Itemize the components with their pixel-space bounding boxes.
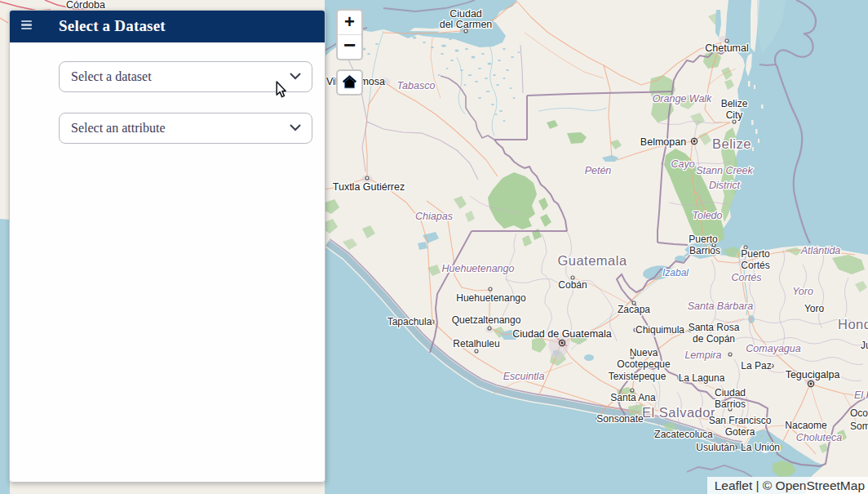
svg-text:Puerto: Puerto <box>741 248 770 260</box>
svg-text:La Unión: La Unión <box>741 442 780 453</box>
svg-text:Ciudad: Ciudad <box>715 387 746 398</box>
svg-text:Tapachula: Tapachula <box>388 316 432 327</box>
svg-text:Cobán: Cobán <box>558 279 587 291</box>
svg-text:Huehuetenango: Huehuetenango <box>442 263 515 274</box>
svg-text:de Copán: de Copán <box>693 333 735 345</box>
svg-text:Tuxtla Gutiérrez: Tuxtla Gutiérrez <box>333 181 405 193</box>
svg-text:Nacaome: Nacaome <box>785 420 827 431</box>
svg-text:Barrios: Barrios <box>689 245 720 256</box>
svg-text:Yoro: Yoro <box>804 303 825 314</box>
svg-text:City: City <box>726 109 743 121</box>
svg-text:Belize: Belize <box>721 98 748 109</box>
svg-text:Toledo: Toledo <box>692 210 722 221</box>
svg-text:Gotera: Gotera <box>725 426 755 438</box>
svg-text:Puerto: Puerto <box>689 234 718 245</box>
svg-text:La Paz: La Paz <box>741 360 771 372</box>
svg-text:Hondu: Hondu <box>838 317 868 332</box>
svg-text:Ciudad de Guatemala: Ciudad de Guatemala <box>512 328 612 340</box>
svg-text:Chiapas: Chiapas <box>415 211 453 222</box>
svg-text:Lempira: Lempira <box>684 349 721 361</box>
svg-text:Usulután: Usulután <box>696 442 734 453</box>
svg-text:Ocotepeque: Ocotepeque <box>617 358 671 370</box>
svg-text:La Laguna: La Laguna <box>679 372 725 384</box>
svg-text:Chetumal: Chetumal <box>705 42 749 54</box>
svg-text:Izabal: Izabal <box>662 267 689 278</box>
svg-text:Belize: Belize <box>712 136 751 151</box>
svg-text:Choluteca: Choluteca <box>796 432 842 443</box>
svg-text:Santa Rosa: Santa Rosa <box>689 322 740 333</box>
svg-text:Escuintla: Escuintla <box>503 371 545 382</box>
svg-text:Ocota: Ocota <box>850 407 868 419</box>
svg-text:Zacapa: Zacapa <box>618 304 650 315</box>
svg-text:Nueva: Nueva <box>630 347 658 358</box>
svg-text:Jut: Jut <box>861 340 868 351</box>
svg-text:Zacatecoluca: Zacatecoluca <box>654 429 713 440</box>
svg-text:Quetzaltenango: Quetzaltenango <box>452 314 521 326</box>
svg-text:Huehuetenango: Huehuetenango <box>456 292 526 304</box>
svg-text:Yoro: Yoro <box>792 286 813 297</box>
svg-text:Retalhuleu: Retalhuleu <box>453 338 499 349</box>
svg-text:Guatemala: Guatemala <box>557 253 627 268</box>
svg-text:Santa Bárbara: Santa Bárbara <box>688 300 754 312</box>
svg-text:Cortés: Cortés <box>732 272 762 283</box>
svg-text:Stann Creek: Stann Creek <box>696 165 753 176</box>
svg-text:Orange Walk: Orange Walk <box>653 93 712 105</box>
svg-text:Santa Ana: Santa Ana <box>610 392 656 403</box>
svg-text:Cayo: Cayo <box>671 158 694 170</box>
svg-text:El Salvador: El Salvador <box>642 405 715 420</box>
svg-text:District: District <box>709 180 741 191</box>
svg-text:Atlántida: Atlántida <box>800 245 841 256</box>
svg-text:Chiquimula: Chiquimula <box>636 324 684 336</box>
svg-text:Ciudad: Ciudad <box>450 8 482 20</box>
svg-text:Tabasco: Tabasco <box>397 80 436 91</box>
svg-text:Sonsonate: Sonsonate <box>596 413 644 425</box>
svg-text:Comayagua: Comayagua <box>746 343 800 354</box>
svg-text:Somot: Somot <box>850 421 868 432</box>
svg-text:Tegucigalpa: Tegucigalpa <box>786 369 840 381</box>
svg-text:Cortés: Cortés <box>741 260 769 271</box>
svg-text:Barrios: Barrios <box>715 398 746 410</box>
svg-text:Belmopan: Belmopan <box>640 136 686 148</box>
svg-text:Petén: Petén <box>585 165 612 176</box>
svg-text:Texistepeque: Texistepeque <box>609 371 666 382</box>
svg-text:El Paraí: El Paraí <box>854 389 868 401</box>
svg-text:San Francisco: San Francisco <box>709 415 772 426</box>
svg-text:del Carmen: del Carmen <box>440 19 493 30</box>
